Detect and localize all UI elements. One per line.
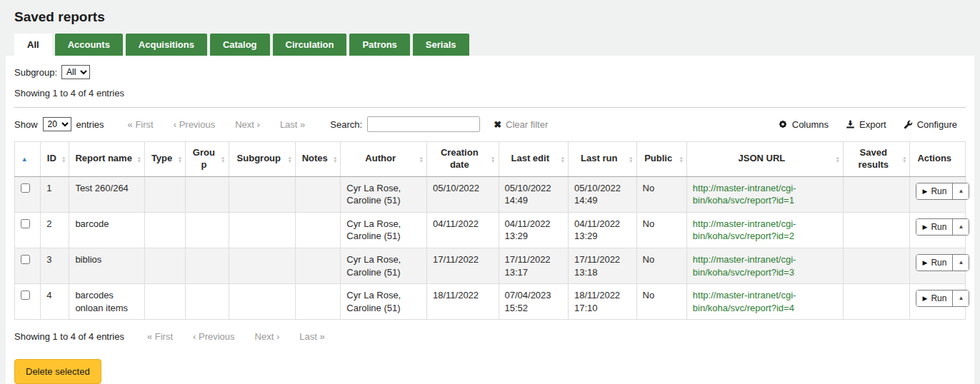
cell-subgroup xyxy=(229,212,295,248)
run-button[interactable]: ▶Run xyxy=(916,219,952,235)
page-previous-button[interactable]: ‹ Previous xyxy=(193,331,235,342)
column-label: Author xyxy=(365,153,396,163)
column-label: Creation date xyxy=(441,147,479,170)
column-label: Notes xyxy=(302,153,328,163)
run-dropdown-toggle[interactable]: ▲ xyxy=(952,219,969,235)
tab-catalog[interactable]: Catalog xyxy=(210,34,270,56)
cell-saved_results xyxy=(844,176,910,212)
tab-patrons[interactable]: Patrons xyxy=(349,34,409,56)
export-button[interactable]: Export xyxy=(846,119,886,130)
run-button-group: ▶Run▲ xyxy=(916,218,969,236)
table-toolbar: ColumnsExportConfigure xyxy=(778,119,966,130)
cell-created: 17/11/2022 xyxy=(426,248,499,283)
row-checkbox[interactable] xyxy=(21,183,30,193)
cell-subgroup xyxy=(229,284,295,320)
run-button[interactable]: ▶Run xyxy=(916,290,952,306)
column-header-group[interactable]: Group▲▼ xyxy=(186,142,229,177)
pagination-top: « First‹ PreviousNext ›Last » xyxy=(128,119,306,130)
cell-created: 18/11/2022 xyxy=(426,284,499,320)
column-header-last-edit[interactable]: Last edit▲▼ xyxy=(499,142,569,177)
json-url-link[interactable]: http://master-intranet/cgi-bin/koha/svc/… xyxy=(693,218,796,242)
json-url-link[interactable]: http://master-intranet/cgi-bin/koha/svc/… xyxy=(693,290,796,313)
run-dropdown-toggle[interactable]: ▲ xyxy=(952,290,969,306)
sort-asc-icon: ▲ xyxy=(21,156,28,163)
json-url-link[interactable]: http://master-intranet/cgi-bin/koha/svc/… xyxy=(693,183,796,206)
caret-up-icon: ▲ xyxy=(958,188,964,195)
play-icon: ▶ xyxy=(922,295,927,303)
subgroup-select[interactable]: All xyxy=(61,65,90,79)
entries-info-bottom: Showing 1 to 4 of 4 entries xyxy=(14,331,124,342)
run-button[interactable]: ▶Run xyxy=(916,183,952,199)
page-first-button[interactable]: « First xyxy=(147,331,173,342)
column-header-creation-date[interactable]: Creation date▲▼ xyxy=(426,142,499,177)
cell-json_url: http://master-intranet/cgi-bin/koha/svc/… xyxy=(686,248,843,283)
sort-icon: ▲▼ xyxy=(419,155,424,163)
configure-button[interactable]: Configure xyxy=(904,119,957,130)
column-header-report-name[interactable]: Report name▲▼ xyxy=(69,142,145,177)
cell-author: Cyr La Rose, Caroline (51) xyxy=(341,212,427,248)
page-last-button[interactable]: Last » xyxy=(299,331,324,342)
sort-icon: ▲▼ xyxy=(902,155,906,163)
column-header-public[interactable]: Public▲▼ xyxy=(636,142,686,177)
column-header-author[interactable]: Author▲▼ xyxy=(341,142,427,177)
tab-all[interactable]: All xyxy=(14,34,52,56)
columns-button[interactable]: Columns xyxy=(778,119,829,130)
column-header-json-url[interactable]: JSON URL▲▼ xyxy=(686,142,843,177)
search-input[interactable] xyxy=(367,116,480,132)
sort-icon: ▲▼ xyxy=(333,155,337,163)
cell-subgroup xyxy=(229,248,295,283)
column-header-notes[interactable]: Notes▲▼ xyxy=(296,142,341,177)
sort-icon: ▲▼ xyxy=(836,155,840,163)
json-url-link[interactable]: http://master-intranet/cgi-bin/koha/svc/… xyxy=(693,254,796,278)
delete-selected-button[interactable]: Delete selected xyxy=(14,359,101,384)
table-head: ▲ID▲▼Report name▲▼Type▲▼Group▲▼Subgroup▲… xyxy=(15,142,966,177)
column-header-id[interactable]: ID▲▼ xyxy=(41,142,69,177)
tab-serials[interactable]: Serials xyxy=(413,34,469,56)
table-footer: Showing 1 to 4 of 4 entries « First‹ Pre… xyxy=(14,331,966,342)
clear-filter-button[interactable]: ✖ Clear filter xyxy=(494,119,548,130)
page-previous-button[interactable]: ‹ Previous xyxy=(174,119,216,130)
page-first-button[interactable]: « First xyxy=(128,119,154,130)
page-last-button[interactable]: Last » xyxy=(280,119,305,130)
page-next-button[interactable]: Next › xyxy=(255,331,280,342)
cell-json_url: http://master-intranet/cgi-bin/koha/svc/… xyxy=(686,284,843,320)
run-dropdown-toggle[interactable]: ▲ xyxy=(952,183,969,199)
cell-json_url: http://master-intranet/cgi-bin/koha/svc/… xyxy=(686,212,843,248)
run-dropdown-toggle[interactable]: ▲ xyxy=(952,255,969,271)
tab-acquisitions[interactable]: Acquisitions xyxy=(126,34,207,56)
page-next-button[interactable]: Next › xyxy=(235,119,260,130)
cell-type xyxy=(144,248,185,283)
column-header-last-run[interactable]: Last run▲▼ xyxy=(569,142,637,177)
run-button[interactable]: ▶Run xyxy=(916,255,952,271)
column-header-saved-results[interactable]: Saved results▲▼ xyxy=(844,142,910,177)
configure-label: Configure xyxy=(917,119,957,130)
run-button-group: ▶Run▲ xyxy=(916,290,969,307)
column-label: Actions xyxy=(917,153,951,163)
table-body: 1Test 260/264Cyr La Rose, Caroline (51)0… xyxy=(15,176,966,319)
run-label: Run xyxy=(931,258,946,268)
cell-saved_results xyxy=(844,212,910,248)
column-label: ID xyxy=(47,153,56,163)
cell-type xyxy=(144,176,185,212)
table-row: 2barcodeCyr La Rose, Caroline (51)04/11/… xyxy=(15,212,966,248)
cell-saved_results xyxy=(844,284,910,320)
cell-type xyxy=(144,212,185,248)
cell-notes xyxy=(296,248,341,283)
column-header-select[interactable]: ▲ xyxy=(15,142,41,177)
column-header-type[interactable]: Type▲▼ xyxy=(144,142,185,177)
page-length-select[interactable]: 20 xyxy=(43,117,71,131)
column-label: Subgroup xyxy=(237,153,281,163)
cell-public: No xyxy=(636,176,686,212)
row-checkbox[interactable] xyxy=(21,290,30,300)
cell-group xyxy=(186,248,229,283)
column-header-subgroup[interactable]: Subgroup▲▼ xyxy=(229,142,295,177)
tab-circulation[interactable]: Circulation xyxy=(273,34,347,56)
caret-up-icon: ▲ xyxy=(958,295,964,302)
row-checkbox[interactable] xyxy=(21,219,30,228)
run-button-group: ▶Run▲ xyxy=(916,254,969,271)
report-tabs: AllAccountsAcquisitionsCatalogCirculatio… xyxy=(6,34,974,56)
play-icon: ▶ xyxy=(922,188,927,196)
column-label: Last run xyxy=(581,153,617,163)
row-checkbox[interactable] xyxy=(21,255,30,264)
tab-accounts[interactable]: Accounts xyxy=(55,34,123,56)
